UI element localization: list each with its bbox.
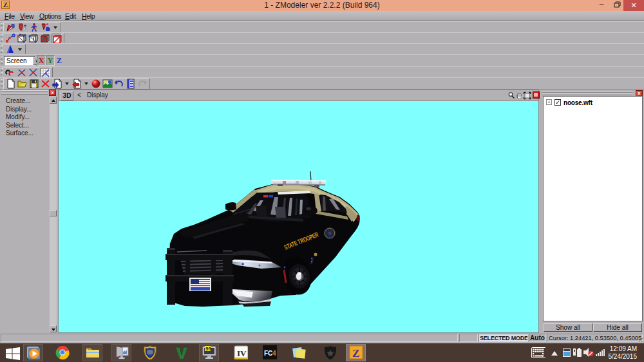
svg-text:IV: IV <box>237 348 247 358</box>
svg-text:4: 4 <box>272 350 276 357</box>
svg-text:FC: FC <box>264 350 272 357</box>
svg-text:99: 99 <box>205 346 211 352</box>
svg-text:Z: Z <box>352 347 359 359</box>
